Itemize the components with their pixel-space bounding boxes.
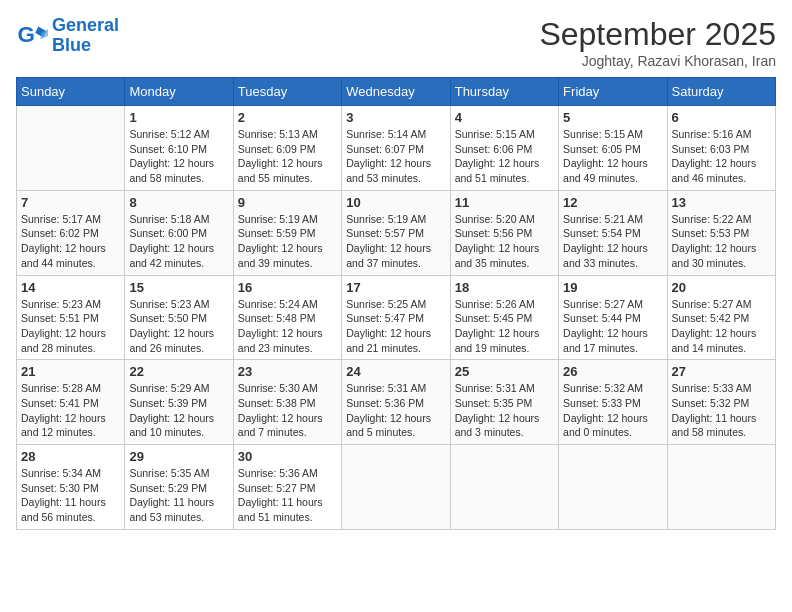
day-number: 11 (455, 195, 554, 210)
day-info: Sunrise: 5:17 AMSunset: 6:02 PMDaylight:… (21, 212, 120, 271)
day-number: 13 (672, 195, 771, 210)
calendar-cell: 4Sunrise: 5:15 AMSunset: 6:06 PMDaylight… (450, 106, 558, 191)
page-header: G General Blue September 2025 Joghtay, R… (16, 16, 776, 69)
day-number: 12 (563, 195, 662, 210)
day-info: Sunrise: 5:32 AMSunset: 5:33 PMDaylight:… (563, 381, 662, 440)
calendar-week-3: 21Sunrise: 5:28 AMSunset: 5:41 PMDayligh… (17, 360, 776, 445)
day-number: 7 (21, 195, 120, 210)
calendar-cell: 22Sunrise: 5:29 AMSunset: 5:39 PMDayligh… (125, 360, 233, 445)
calendar-cell: 13Sunrise: 5:22 AMSunset: 5:53 PMDayligh… (667, 190, 775, 275)
day-info: Sunrise: 5:22 AMSunset: 5:53 PMDaylight:… (672, 212, 771, 271)
day-info: Sunrise: 5:31 AMSunset: 5:35 PMDaylight:… (455, 381, 554, 440)
day-info: Sunrise: 5:28 AMSunset: 5:41 PMDaylight:… (21, 381, 120, 440)
day-number: 20 (672, 280, 771, 295)
day-info: Sunrise: 5:18 AMSunset: 6:00 PMDaylight:… (129, 212, 228, 271)
day-info: Sunrise: 5:30 AMSunset: 5:38 PMDaylight:… (238, 381, 337, 440)
day-number: 18 (455, 280, 554, 295)
day-info: Sunrise: 5:27 AMSunset: 5:44 PMDaylight:… (563, 297, 662, 356)
calendar-cell: 15Sunrise: 5:23 AMSunset: 5:50 PMDayligh… (125, 275, 233, 360)
day-info: Sunrise: 5:26 AMSunset: 5:45 PMDaylight:… (455, 297, 554, 356)
day-info: Sunrise: 5:15 AMSunset: 6:06 PMDaylight:… (455, 127, 554, 186)
calendar-cell: 25Sunrise: 5:31 AMSunset: 5:35 PMDayligh… (450, 360, 558, 445)
day-info: Sunrise: 5:12 AMSunset: 6:10 PMDaylight:… (129, 127, 228, 186)
calendar-cell: 21Sunrise: 5:28 AMSunset: 5:41 PMDayligh… (17, 360, 125, 445)
title-block: September 2025 Joghtay, Razavi Khorasan,… (539, 16, 776, 69)
col-header-thursday: Thursday (450, 78, 558, 106)
calendar-cell: 29Sunrise: 5:35 AMSunset: 5:29 PMDayligh… (125, 445, 233, 530)
calendar-cell: 9Sunrise: 5:19 AMSunset: 5:59 PMDaylight… (233, 190, 341, 275)
calendar-cell: 27Sunrise: 5:33 AMSunset: 5:32 PMDayligh… (667, 360, 775, 445)
day-info: Sunrise: 5:36 AMSunset: 5:27 PMDaylight:… (238, 466, 337, 525)
day-info: Sunrise: 5:19 AMSunset: 5:57 PMDaylight:… (346, 212, 445, 271)
day-number: 27 (672, 364, 771, 379)
calendar-cell: 6Sunrise: 5:16 AMSunset: 6:03 PMDaylight… (667, 106, 775, 191)
day-info: Sunrise: 5:31 AMSunset: 5:36 PMDaylight:… (346, 381, 445, 440)
day-number: 1 (129, 110, 228, 125)
day-number: 15 (129, 280, 228, 295)
day-number: 9 (238, 195, 337, 210)
col-header-monday: Monday (125, 78, 233, 106)
day-info: Sunrise: 5:14 AMSunset: 6:07 PMDaylight:… (346, 127, 445, 186)
calendar-cell: 26Sunrise: 5:32 AMSunset: 5:33 PMDayligh… (559, 360, 667, 445)
day-number: 6 (672, 110, 771, 125)
col-header-wednesday: Wednesday (342, 78, 450, 106)
day-info: Sunrise: 5:20 AMSunset: 5:56 PMDaylight:… (455, 212, 554, 271)
day-info: Sunrise: 5:21 AMSunset: 5:54 PMDaylight:… (563, 212, 662, 271)
col-header-tuesday: Tuesday (233, 78, 341, 106)
calendar-week-4: 28Sunrise: 5:34 AMSunset: 5:30 PMDayligh… (17, 445, 776, 530)
day-number: 10 (346, 195, 445, 210)
calendar-cell: 23Sunrise: 5:30 AMSunset: 5:38 PMDayligh… (233, 360, 341, 445)
col-header-friday: Friday (559, 78, 667, 106)
logo-line2: Blue (52, 35, 91, 55)
calendar-cell (667, 445, 775, 530)
calendar-week-2: 14Sunrise: 5:23 AMSunset: 5:51 PMDayligh… (17, 275, 776, 360)
calendar-cell (450, 445, 558, 530)
day-number: 29 (129, 449, 228, 464)
day-number: 3 (346, 110, 445, 125)
calendar-cell (17, 106, 125, 191)
day-info: Sunrise: 5:33 AMSunset: 5:32 PMDaylight:… (672, 381, 771, 440)
calendar-cell: 14Sunrise: 5:23 AMSunset: 5:51 PMDayligh… (17, 275, 125, 360)
calendar-cell: 7Sunrise: 5:17 AMSunset: 6:02 PMDaylight… (17, 190, 125, 275)
day-info: Sunrise: 5:35 AMSunset: 5:29 PMDaylight:… (129, 466, 228, 525)
logo: G General Blue (16, 16, 119, 56)
day-number: 23 (238, 364, 337, 379)
day-number: 14 (21, 280, 120, 295)
day-info: Sunrise: 5:15 AMSunset: 6:05 PMDaylight:… (563, 127, 662, 186)
calendar-cell: 20Sunrise: 5:27 AMSunset: 5:42 PMDayligh… (667, 275, 775, 360)
day-info: Sunrise: 5:16 AMSunset: 6:03 PMDaylight:… (672, 127, 771, 186)
calendar-header-row: SundayMondayTuesdayWednesdayThursdayFrid… (17, 78, 776, 106)
day-number: 22 (129, 364, 228, 379)
calendar-cell (342, 445, 450, 530)
calendar-cell: 19Sunrise: 5:27 AMSunset: 5:44 PMDayligh… (559, 275, 667, 360)
day-number: 8 (129, 195, 228, 210)
day-number: 2 (238, 110, 337, 125)
logo-text: General Blue (52, 16, 119, 56)
calendar-cell: 8Sunrise: 5:18 AMSunset: 6:00 PMDaylight… (125, 190, 233, 275)
day-number: 19 (563, 280, 662, 295)
calendar-cell: 30Sunrise: 5:36 AMSunset: 5:27 PMDayligh… (233, 445, 341, 530)
logo-icon: G (16, 20, 48, 52)
day-info: Sunrise: 5:27 AMSunset: 5:42 PMDaylight:… (672, 297, 771, 356)
day-info: Sunrise: 5:25 AMSunset: 5:47 PMDaylight:… (346, 297, 445, 356)
calendar-cell (559, 445, 667, 530)
calendar-cell: 10Sunrise: 5:19 AMSunset: 5:57 PMDayligh… (342, 190, 450, 275)
day-info: Sunrise: 5:19 AMSunset: 5:59 PMDaylight:… (238, 212, 337, 271)
calendar-week-0: 1Sunrise: 5:12 AMSunset: 6:10 PMDaylight… (17, 106, 776, 191)
day-number: 24 (346, 364, 445, 379)
svg-text:G: G (18, 22, 35, 47)
calendar-cell: 11Sunrise: 5:20 AMSunset: 5:56 PMDayligh… (450, 190, 558, 275)
day-info: Sunrise: 5:23 AMSunset: 5:50 PMDaylight:… (129, 297, 228, 356)
day-info: Sunrise: 5:24 AMSunset: 5:48 PMDaylight:… (238, 297, 337, 356)
calendar-cell: 17Sunrise: 5:25 AMSunset: 5:47 PMDayligh… (342, 275, 450, 360)
calendar-cell: 16Sunrise: 5:24 AMSunset: 5:48 PMDayligh… (233, 275, 341, 360)
day-number: 21 (21, 364, 120, 379)
day-number: 5 (563, 110, 662, 125)
calendar-cell: 3Sunrise: 5:14 AMSunset: 6:07 PMDaylight… (342, 106, 450, 191)
month-title: September 2025 (539, 16, 776, 53)
calendar-cell: 24Sunrise: 5:31 AMSunset: 5:36 PMDayligh… (342, 360, 450, 445)
day-info: Sunrise: 5:29 AMSunset: 5:39 PMDaylight:… (129, 381, 228, 440)
day-number: 16 (238, 280, 337, 295)
day-number: 17 (346, 280, 445, 295)
day-info: Sunrise: 5:13 AMSunset: 6:09 PMDaylight:… (238, 127, 337, 186)
